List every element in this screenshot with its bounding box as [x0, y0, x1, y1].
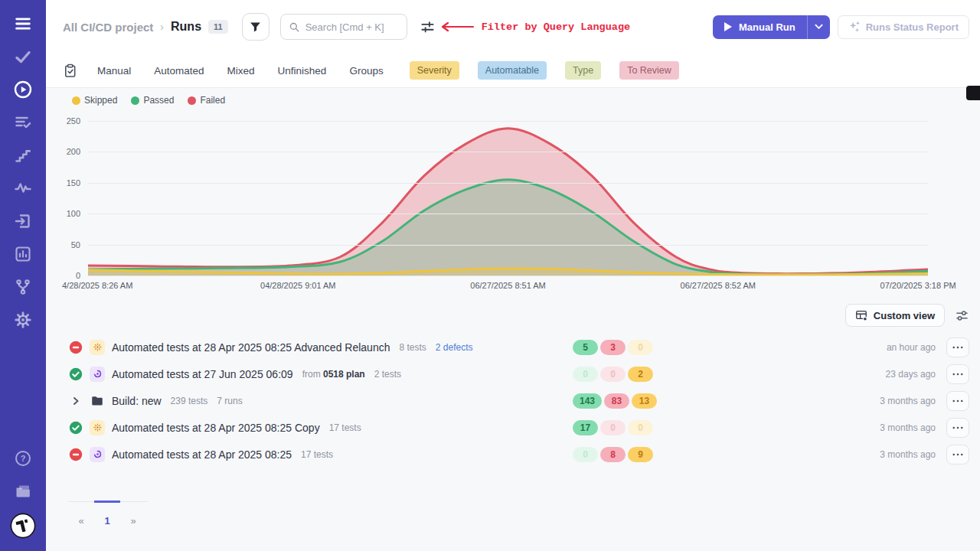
run-menu-button[interactable] — [946, 391, 969, 411]
run-row[interactable]: Automated tests at 27 Jun 2025 06:09 fro… — [46, 360, 980, 387]
run-spiral-emoji-icon — [90, 367, 105, 382]
annotation-overlay: Filter by Query Language — [439, 21, 630, 33]
tab-mixed[interactable]: Mixed — [227, 65, 255, 77]
pill-automatable[interactable]: Automatable — [478, 61, 547, 80]
passed-count-badge: 17 — [573, 420, 598, 435]
legend-label: Failed — [200, 95, 225, 106]
run-row[interactable]: Build: new 239 tests7 runs 1438313 3 mon… — [46, 387, 980, 414]
breadcrumb-separator: › — [160, 21, 164, 33]
y-axis-tick: 250 — [50, 116, 80, 126]
query-language-filter-button[interactable] — [420, 20, 435, 34]
failed-count-badge: 0 — [600, 420, 626, 435]
run-meta: 17 tests — [329, 422, 361, 433]
app-root: ? All CI/CD project › Runs 11 — [0, 0, 980, 551]
gridline — [88, 214, 928, 214]
legend-dot — [131, 96, 139, 105]
area-passed — [88, 180, 928, 276]
run-row[interactable]: Automated tests at 28 Apr 2025 08:25 Adv… — [46, 334, 980, 360]
chart-legend: SkippedPassedFailed — [72, 94, 980, 106]
failed-count-badge: 3 — [600, 340, 626, 355]
run-menu-button[interactable] — [946, 337, 969, 357]
pagination-prev-button[interactable]: « — [68, 500, 94, 531]
search-input[interactable] — [305, 21, 397, 33]
ellipsis-icon — [952, 453, 963, 456]
run-result-badges: 1438313 — [573, 393, 657, 409]
sidebar: ? — [0, 0, 46, 551]
runs-status-report-button[interactable]: Runs Status Report — [838, 15, 969, 39]
run-menu-button[interactable] — [946, 418, 969, 438]
run-menu-button[interactable] — [946, 445, 969, 465]
defects-link[interactable]: 2 defects — [436, 342, 473, 353]
legend-label: Passed — [143, 95, 174, 106]
gridline — [88, 183, 928, 184]
legend-failed[interactable]: Failed — [188, 95, 225, 106]
search-box[interactable] — [280, 14, 407, 40]
list-toolbar: Custom view — [46, 304, 980, 327]
run-menu-button[interactable] — [946, 364, 969, 384]
cutoff-overlay-artifact — [966, 86, 980, 100]
y-axis-tick: 0 — [50, 271, 80, 280]
analytics-icon[interactable] — [8, 243, 38, 266]
skipped-count-badge: 0 — [628, 340, 653, 355]
passed-count-badge: 143 — [573, 393, 602, 409]
run-meta-text: 239 tests — [171, 396, 208, 406]
filter-funnel-button[interactable] — [242, 13, 270, 41]
legend-dot — [188, 96, 196, 105]
folder-icon — [90, 393, 105, 409]
status-passed-icon — [69, 367, 83, 381]
sliders-icon — [420, 20, 435, 34]
run-row[interactable]: Automated tests at 28 Apr 2025 08:25 Cop… — [46, 414, 980, 441]
legend-skipped[interactable]: Skipped — [72, 95, 117, 106]
breadcrumb-project[interactable]: All CI/CD project — [63, 21, 153, 34]
import-icon[interactable] — [8, 210, 38, 233]
pulse-icon[interactable] — [8, 177, 38, 200]
gridline — [88, 121, 928, 122]
select-runs-icon[interactable] — [63, 64, 77, 78]
status-failed-icon — [69, 341, 83, 354]
x-axis-tick: 4/28/2025 8:26 AM — [62, 281, 132, 290]
passed-count-badge: 0 — [573, 447, 598, 462]
pill-to-review[interactable]: To Review — [619, 61, 679, 80]
run-result-badges: 1700 — [573, 420, 653, 435]
breadcrumb-page-title: Runs — [171, 20, 201, 34]
steps-icon[interactable] — [8, 144, 38, 167]
check-icon[interactable] — [8, 45, 38, 68]
list-check-icon[interactable] — [8, 111, 38, 134]
run-meta-text: 2 tests — [374, 369, 401, 380]
run-title: Automated tests at 28 Apr 2025 08:25 — [112, 448, 292, 461]
tab-groups[interactable]: Groups — [349, 65, 383, 77]
pagination-next-button[interactable]: » — [120, 500, 146, 531]
legend-passed[interactable]: Passed — [131, 95, 174, 106]
pagination-page-1[interactable]: 1 — [94, 500, 120, 531]
table-view-icon — [855, 309, 867, 321]
tab-unfinished[interactable]: Unfinished — [278, 65, 327, 77]
list-settings-button[interactable] — [955, 308, 969, 323]
run-title: Automated tests at 28 Apr 2025 08:25 Adv… — [112, 341, 390, 354]
menu-icon[interactable] — [8, 12, 38, 35]
tune-sliders-icon — [955, 308, 969, 323]
run-meta-text: 7 runs — [217, 396, 242, 406]
custom-view-button[interactable]: Custom view — [845, 304, 945, 327]
manual-run-dropdown-button[interactable] — [807, 15, 830, 39]
tab-automated[interactable]: Automated — [154, 65, 204, 77]
manual-run-button[interactable]: Manual Run — [713, 15, 807, 39]
tab-manual[interactable]: Manual — [97, 65, 131, 77]
x-axis-tick: 06/27/2025 8:51 AM — [470, 281, 545, 290]
run-meta-text: 17 tests — [329, 422, 361, 433]
settings-gear-icon[interactable] — [8, 308, 38, 331]
run-result-badges: 089 — [573, 447, 653, 462]
x-axis-tick: 06/27/2025 8:52 AM — [681, 281, 756, 290]
runs-play-circle-icon[interactable] — [8, 78, 38, 101]
funnel-icon — [249, 21, 262, 34]
run-row[interactable]: Automated tests at 28 Apr 2025 08:25 17 … — [46, 441, 980, 468]
projects-folder-icon[interactable] — [8, 480, 38, 503]
left-arrow-icon — [439, 21, 475, 33]
pill-type[interactable]: Type — [565, 61, 601, 80]
user-avatar[interactable] — [10, 513, 36, 539]
pill-severity[interactable]: Severity — [410, 61, 459, 80]
branch-icon[interactable] — [8, 276, 38, 298]
expand-chevron-icon[interactable] — [69, 394, 83, 408]
help-icon[interactable]: ? — [8, 447, 38, 470]
manual-run-split-button: Manual Run — [713, 15, 830, 39]
run-timestamp: 3 months ago — [880, 396, 936, 406]
